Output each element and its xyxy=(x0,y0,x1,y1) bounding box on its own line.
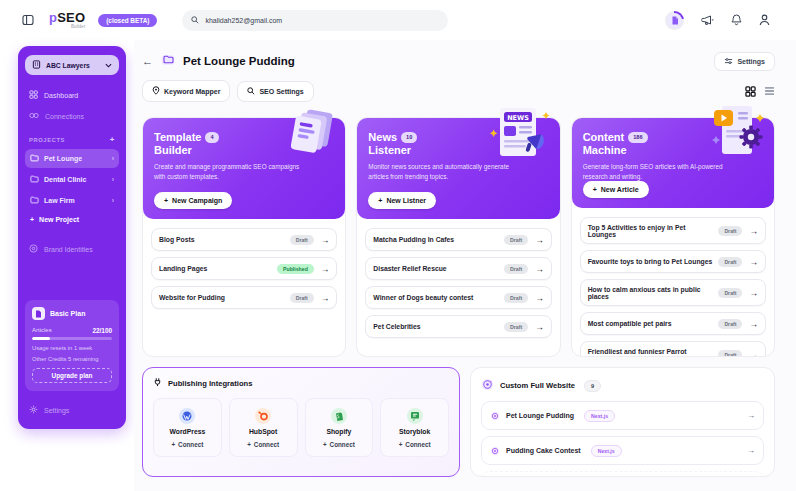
list-item[interactable]: How to calm anxious cats in public place… xyxy=(580,279,766,306)
arrow-right-icon[interactable]: → xyxy=(747,446,755,455)
new-listener-button[interactable]: + New Listner xyxy=(368,192,436,209)
status-badge: Draft xyxy=(718,319,742,329)
sidebar-item-label: Brand Identities xyxy=(44,246,93,253)
news-list: Matcha Pudding In Cafes Draft → Disaster… xyxy=(357,219,559,347)
list-view-icon[interactable] xyxy=(764,86,775,96)
status-badge: Draft xyxy=(504,235,528,245)
project-label: Dental Clinic xyxy=(44,176,86,183)
integration-wordpress: WordPress + Connect xyxy=(153,398,222,457)
arrow-right-icon[interactable]: → xyxy=(535,293,544,303)
plus-icon: + xyxy=(399,441,403,448)
user-account-icon[interactable] xyxy=(759,14,770,26)
integrations-title: Publishing Integrations xyxy=(168,379,252,388)
keyword-mapper-button[interactable]: Keyword Mapper xyxy=(142,80,230,102)
sidebar-project-dental-clinic[interactable]: Dental Clinic › xyxy=(25,170,119,189)
arrow-right-icon[interactable]: → xyxy=(747,411,755,420)
sidebar-collapse-icon[interactable] xyxy=(22,14,34,26)
logo-subtitle: Builder xyxy=(71,25,85,30)
wordpress-icon xyxy=(179,408,195,424)
list-item[interactable]: Landing Pages Published → xyxy=(151,257,337,280)
arrow-right-icon[interactable]: → xyxy=(535,264,544,274)
new-campaign-button[interactable]: + New Campaign xyxy=(154,192,232,209)
connect-button[interactable]: + Connect xyxy=(323,441,355,448)
sidebar-item-label: Settings xyxy=(44,407,69,414)
page-settings-button[interactable]: Settings xyxy=(714,52,775,71)
new-project-button[interactable]: + New Project xyxy=(25,210,119,227)
seo-settings-button[interactable]: SEO Settings xyxy=(237,81,313,102)
connect-button[interactable]: + Connect xyxy=(171,441,203,448)
sidebar: ABC Lawyers Dashboard Connections PROJEC… xyxy=(18,46,126,429)
list-item[interactable]: Most compatible pet pairs Draft → xyxy=(580,312,766,335)
arrow-right-icon[interactable]: → xyxy=(749,319,758,329)
integration-shopify: Shopify + Connect xyxy=(305,398,374,457)
page-title: Pet Lounge Pudding xyxy=(183,55,295,67)
website-row[interactable]: Pudding Cake Contest Next.js → xyxy=(481,436,764,465)
list-item[interactable]: Winner of Dogs beauty contest Draft → xyxy=(365,286,551,309)
list-item[interactable]: Blog Posts Draft → xyxy=(151,228,337,251)
list-item[interactable]: Favourite toys to bring to Pet Lounges D… xyxy=(580,250,766,273)
sidebar-item-label: Connections xyxy=(45,113,84,120)
template-builder-header: Template4 Builder Create and manage prog… xyxy=(143,118,345,219)
card-description: Generate long-form SEO articles with AI-… xyxy=(583,162,738,182)
workspace-selector[interactable]: ABC Lawyers xyxy=(25,55,119,75)
credits-progress-icon[interactable] xyxy=(665,11,684,30)
integration-hubspot: HubSpot + Connect xyxy=(229,398,298,457)
announcement-icon[interactable] xyxy=(701,15,714,26)
plus-icon: + xyxy=(378,197,382,204)
add-project-icon[interactable]: + xyxy=(110,135,115,144)
projects-section-label: PROJECTS + xyxy=(29,135,115,144)
sidebar-item-settings[interactable]: Settings xyxy=(25,400,119,420)
arrow-right-icon[interactable]: → xyxy=(749,226,758,236)
new-article-button[interactable]: + New Article xyxy=(583,181,649,198)
sidebar-item-connections[interactable]: Connections xyxy=(25,107,119,125)
back-button[interactable]: ← xyxy=(142,55,153,67)
status-badge: Draft xyxy=(504,293,528,303)
sliders-icon xyxy=(724,57,733,66)
list-item[interactable]: Disaster Relief Rescue Draft → xyxy=(365,257,551,280)
articles-value: 22/100 xyxy=(92,327,112,334)
website-row[interactable]: Pet Lounge Next.js xyxy=(481,471,764,477)
storyblok-icon xyxy=(407,408,423,424)
bottom-panels: Publishing Integrations WordPress + Conn… xyxy=(142,367,775,477)
page-header: ← Pet Lounge Pudding Settings xyxy=(142,51,775,71)
list-item[interactable]: Friendliest and funniesr Parrot companio… xyxy=(580,341,766,356)
arrow-right-icon[interactable]: → xyxy=(321,235,330,245)
upgrade-plan-button[interactable]: Upgrade plan xyxy=(32,368,112,383)
article-machine-illustration xyxy=(704,104,770,170)
list-item[interactable]: Top 5 Activities to enjoy in Pet Lounges… xyxy=(580,217,766,244)
plus-icon: + xyxy=(164,197,168,204)
search-input[interactable]: khalidah252@gmail.com xyxy=(182,10,448,31)
custom-websites-panel: Custom Full Website 9 Pet Lounge Pudding… xyxy=(470,367,775,477)
count-badge: 4 xyxy=(205,132,218,144)
arrow-right-icon[interactable]: → xyxy=(535,322,544,332)
arrow-right-icon[interactable]: → xyxy=(749,350,758,356)
framework-badge: Next.js xyxy=(584,410,615,422)
list-item[interactable]: Website for Pudding Draft → xyxy=(151,286,337,309)
hubspot-icon xyxy=(255,408,271,424)
topbar: pSEO Builder (closed BETA) khalidah252@g… xyxy=(0,0,796,40)
arrow-right-icon[interactable]: → xyxy=(749,288,758,298)
toolbar: Keyword Mapper SEO Settings xyxy=(142,80,775,102)
website-row[interactable]: Pet Lounge Pudding Next.js → xyxy=(481,401,764,430)
connect-button[interactable]: + Connect xyxy=(247,441,279,448)
arrow-right-icon[interactable]: → xyxy=(321,264,330,274)
sidebar-project-law-firm[interactable]: Law Firm › xyxy=(25,191,119,210)
list-item[interactable]: Pet Celebrities Draft → xyxy=(365,315,551,338)
websites-count-badge: 9 xyxy=(584,380,601,392)
chevron-right-icon: › xyxy=(112,197,114,204)
plus-icon: + xyxy=(323,441,327,448)
plus-icon: + xyxy=(30,216,34,223)
sidebar-item-dashboard[interactable]: Dashboard xyxy=(25,85,119,105)
arrow-right-icon[interactable]: → xyxy=(749,257,758,267)
sidebar-project-pet-lounge[interactable]: Pet Lounge › xyxy=(25,149,119,168)
connect-button[interactable]: + Connect xyxy=(399,441,431,448)
arrow-right-icon[interactable]: → xyxy=(321,293,330,303)
sidebar-item-brand-identities[interactable]: Brand Identities xyxy=(25,239,119,259)
project-label: Pet Lounge xyxy=(44,155,82,162)
arrow-right-icon[interactable]: → xyxy=(535,235,544,245)
list-item[interactable]: Matcha Pudding In Cafes Draft → xyxy=(365,228,551,251)
notifications-bell-icon[interactable] xyxy=(731,14,742,26)
news-listener-card: News10 Listener Monitor news sources and… xyxy=(356,117,560,357)
grid-view-icon[interactable] xyxy=(745,86,756,97)
main-content: ← Pet Lounge Pudding Settings Keyword Ma… xyxy=(134,40,796,491)
